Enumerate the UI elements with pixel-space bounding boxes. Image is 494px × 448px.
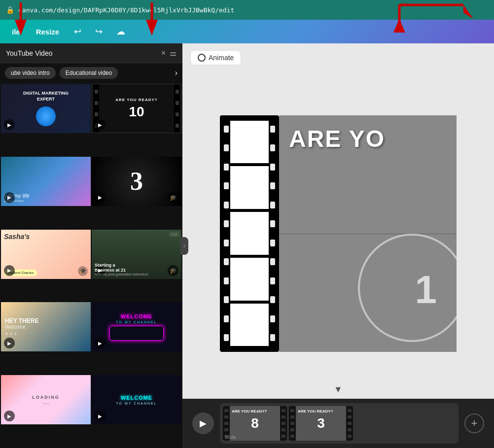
play-badge: ▶ — [4, 119, 15, 130]
templates-grid: DIGITAL MARKETINGEXPERT ▶ ARE YOU READY?… — [0, 83, 182, 448]
add-frame-button[interactable]: + — [464, 414, 484, 433]
tl-frame-text: ARE YOU READY? — [232, 409, 267, 414]
tl-duration: 10.0s — [225, 435, 236, 440]
film-hole — [270, 334, 275, 341]
film-hole — [270, 220, 275, 227]
filter-tags-bar: ube video intro Educational video › — [0, 63, 182, 83]
film-overlay-left — [289, 406, 296, 441]
tl-hole — [282, 422, 285, 425]
play-icon: ▶ — [200, 418, 207, 429]
film-hole — [224, 334, 229, 341]
tl-hole — [348, 435, 352, 438]
tl-hole — [224, 428, 228, 431]
tl-hole — [290, 435, 294, 438]
search-clear-button[interactable]: × — [161, 49, 166, 58]
film-container: ARE YO 1 — [220, 115, 457, 352]
animate-icon — [198, 54, 206, 62]
canvas-preview[interactable]: ARE YO 1 — [279, 115, 457, 352]
search-input[interactable] — [6, 49, 157, 57]
undo-button[interactable]: ↩ — [71, 24, 84, 39]
tl-hole — [224, 422, 228, 425]
search-filter-button[interactable]: ⚌ — [170, 48, 176, 58]
film-hole — [224, 144, 229, 151]
template-item[interactable]: WELCOME TO MY CHANNEL ▶ — [92, 375, 181, 424]
tl-hole — [348, 409, 352, 412]
tl-hole — [282, 409, 285, 412]
timeline: ▶ ARE YOU READY? 8 — [182, 399, 494, 448]
film-hole — [270, 296, 275, 303]
tl-frame-text: ARE YOU READY? — [298, 409, 333, 414]
timeline-frame-1[interactable]: ARE YOU READY? 8 10.0s — [223, 406, 287, 441]
film-hole — [270, 182, 275, 189]
animate-button[interactable]: Animate — [190, 50, 241, 65]
film-frame — [230, 121, 269, 164]
film-holes-right — [269, 117, 277, 350]
template-item[interactable]: 3 ▶ 🎓 — [92, 157, 181, 206]
file-button[interactable]: ile — [8, 26, 24, 38]
tl-frame-number: 3 — [317, 415, 325, 431]
cloud-save-button[interactable]: ☁ — [113, 24, 128, 39]
tl-hole — [348, 415, 352, 418]
template-item[interactable]: LOADING • • • ▶ — [1, 375, 91, 424]
template-item[interactable]: DIGITAL MARKETINGEXPERT ▶ — [1, 84, 91, 133]
tl-hole — [224, 409, 228, 412]
left-panel: × ⚌ ube video intro Educational video › … — [0, 43, 182, 448]
edu-badge: 🎓 — [168, 192, 178, 203]
film-hole — [270, 277, 275, 284]
tl-frame-number: 8 — [251, 415, 259, 431]
canvas-down-indicator: ▼ — [334, 384, 343, 395]
film-hole — [224, 164, 229, 171]
film-overlay-right — [280, 406, 287, 441]
panel-collapse-handle[interactable]: ‹ — [180, 237, 188, 255]
tl-hole — [290, 428, 294, 431]
timeline-frame-2[interactable]: ARE YOU READY? 3 — [289, 406, 353, 441]
browser-bar: 🔒 canva.com/design/DAFRpKJ0D8Y/8D1kw4l5R… — [0, 0, 494, 20]
film-hole — [224, 277, 229, 284]
preview-circle — [358, 234, 457, 342]
film-hole — [224, 258, 229, 265]
template-item[interactable]: WELCOME TO MY CHANNEL ▶ — [92, 302, 181, 351]
filter-tag-video-intro[interactable]: ube video intro — [5, 67, 56, 79]
template-item[interactable]: y in my life Daily Video ▶ — [1, 157, 91, 206]
film-hole — [224, 182, 229, 189]
tl-hole — [348, 422, 352, 425]
film-hole — [224, 220, 229, 227]
resize-button[interactable]: Resize — [32, 26, 64, 38]
tl-hole — [290, 422, 294, 425]
tl-hole — [282, 435, 285, 438]
film-hole — [224, 126, 229, 133]
template-item[interactable]: Sasha's Student Diaries 🎓 ▶ — [1, 230, 91, 279]
film-hole — [270, 315, 275, 322]
film-hole — [224, 202, 229, 208]
film-hole — [270, 240, 275, 246]
add-icon: + — [471, 417, 478, 430]
timeline-frame-inner: ARE YOU READY? 3 — [289, 406, 353, 441]
template-item[interactable]: mm Starting aBusiness at 21 How my post-… — [92, 230, 181, 279]
preview-center-line — [279, 234, 457, 234]
canvas-content: ARE YO 1 — [182, 43, 494, 399]
play-badge: ▶ — [95, 119, 106, 130]
search-bar: × ⚌ — [0, 43, 182, 63]
film-hole — [270, 258, 275, 265]
timeline-play-button[interactable]: ▶ — [192, 413, 214, 434]
play-badge: ▶ — [4, 265, 15, 276]
film-frame — [230, 166, 269, 209]
lock-icon: 🔒 — [6, 6, 14, 14]
filter-tag-educational[interactable]: Educational video — [60, 67, 118, 79]
film-hole — [224, 240, 229, 246]
redo-button[interactable]: ↪ — [92, 24, 106, 39]
template-item[interactable]: HEY THERE Welcome ★ ★ ★ ▶ — [1, 302, 91, 351]
template-item[interactable]: ARE YOU READY? 10 — [92, 84, 181, 133]
animate-label: Animate — [209, 54, 234, 62]
play-badge: ▶ — [4, 192, 15, 203]
filter-tags-next-button[interactable]: › — [175, 69, 177, 77]
film-hole — [270, 202, 275, 208]
tl-hole — [224, 415, 228, 418]
url-bar[interactable]: canva.com/design/DAFRpKJ0D8Y/8D1kw4l5Rjl… — [18, 6, 234, 14]
tl-hole — [290, 415, 294, 418]
edu-badge: 🎓 — [168, 265, 178, 276]
preview-number: 1 — [415, 267, 437, 312]
toolbar: ile Resize ↩ ↪ ☁ — [0, 20, 494, 43]
film-frame — [230, 258, 269, 301]
film-hole — [270, 126, 275, 133]
